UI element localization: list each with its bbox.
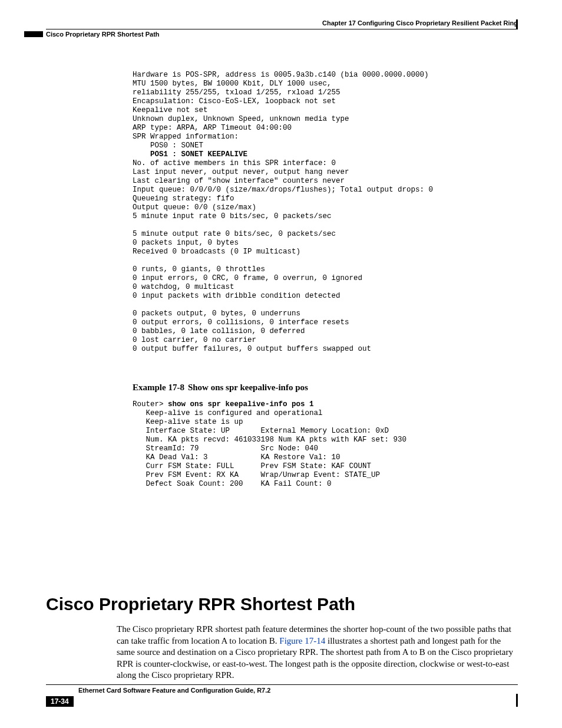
page-number: 17-34 [46, 696, 74, 707]
code-line: 0 output errors, 0 collisions, 0 interfa… [133, 318, 349, 327]
code-line: Num. KA pkts recvd: 461033198 Num KA pkt… [133, 436, 406, 444]
code-line: 5 minute input rate 0 bits/sec, 0 packet… [133, 212, 332, 220]
code-line-bold: POS1 : SONET KEEPALIVE [133, 150, 252, 159]
footer-rule [46, 684, 518, 685]
code-line: 5 minute output rate 0 bits/sec, 0 packe… [133, 230, 336, 238]
chapter-header: Chapter 17 Configuring Cisco Proprietary… [322, 19, 518, 27]
code-line: SPR Wrapped information: [133, 133, 239, 141]
code-line: Encapsulation: Cisco-EoS-LEX, loopback n… [133, 97, 336, 106]
code-line: 0 packets output, 0 bytes, 0 underruns [133, 309, 300, 318]
code-line: 0 watchdog, 0 multicast [133, 283, 234, 291]
code-line: StreamId: 79 Src Node: 040 [133, 444, 318, 453]
body-content: Hardware is POS-SPR, address is 0005.9a3… [133, 71, 517, 489]
code-line: Received 0 broadcasts (0 IP multicast) [133, 248, 300, 256]
section-paragraph: The Cisco proprietary RPR shortest path … [117, 624, 517, 681]
section-title: Cisco Proprietary RPR Shortest Path [46, 594, 355, 614]
section-header: Cisco Proprietary RPR Shortest Path [46, 31, 160, 38]
code-line: Unknown duplex, Unknown Speed, unknown m… [133, 115, 349, 123]
example-title: Example 17-8Show ons spr keepalive-info … [133, 383, 517, 392]
code-line: POS0 : SONET [133, 141, 208, 150]
code-line: Hardware is POS-SPR, address is 0005.9a3… [133, 71, 429, 79]
router-command: show ons spr keepalive-info pos 1 [168, 400, 314, 409]
code-line: reliability 255/255, txload 1/255, rxloa… [133, 88, 340, 97]
code-line: Curr FSM State: FULL Prev FSM State: KAF… [133, 462, 371, 470]
code-line: Last input never, output never, output h… [133, 168, 349, 176]
code-line: 0 input errors, 0 CRC, 0 frame, 0 overru… [133, 274, 362, 282]
code-line: 0 packets input, 0 bytes [133, 239, 239, 247]
example-caption: Show ons spr keepalive-info pos [188, 383, 308, 392]
code-line: Interface State: UP External Memory Loca… [133, 427, 389, 435]
code-line: Input queue: 0/0/0/0 (size/max/drops/flu… [133, 186, 433, 194]
figure-link[interactable]: Figure 17-14 [279, 636, 325, 645]
code-line: 0 lost carrier, 0 no carrier [133, 336, 256, 344]
code-line: Defect Soak Count: 200 KA Fail Count: 0 [133, 480, 332, 488]
code-line: KA Dead Val: 3 KA Restore Val: 10 [133, 453, 340, 462]
header-bar-icon [24, 31, 43, 37]
code-line: ARP type: ARPA, ARP Timeout 04:00:00 [133, 124, 292, 132]
code-line: Output queue: 0/0 (size/max) [133, 203, 256, 212]
code-line: No. of active members in this SPR interf… [133, 159, 340, 167]
example-number: Example 17-8 [133, 383, 188, 392]
page: Chapter 17 Configuring Cisco Proprietary… [0, 0, 562, 728]
code-line: MTU 1500 bytes, BW 10000 Kbit, DLY 1000 … [133, 80, 332, 88]
code-line: 0 babbles, 0 late collision, 0 deferred [133, 327, 305, 335]
code-line: Queueing strategy: fifo [133, 195, 234, 203]
footer-guide: Ethernet Card Software Feature and Confi… [78, 687, 270, 694]
code-line: Keep-alive state is up [133, 418, 243, 426]
router-prompt: Router> [133, 400, 168, 409]
code-line: 0 runts, 0 giants, 0 throttles [133, 265, 265, 274]
code-line: Keepalive not set [133, 106, 208, 114]
footer-tick-icon [516, 694, 518, 707]
header-rule [46, 29, 518, 29]
code-line: Last clearing of "show interface" counte… [133, 177, 345, 185]
code-line: 0 input packets with dribble condition d… [133, 292, 340, 300]
code-line: 0 output buffer failures, 0 output buffe… [133, 345, 371, 353]
code-line: Keep-alive is configured and operational [133, 409, 323, 417]
code-line: Prev FSM Event: RX KA Wrap/Unwrap Event:… [133, 471, 380, 479]
